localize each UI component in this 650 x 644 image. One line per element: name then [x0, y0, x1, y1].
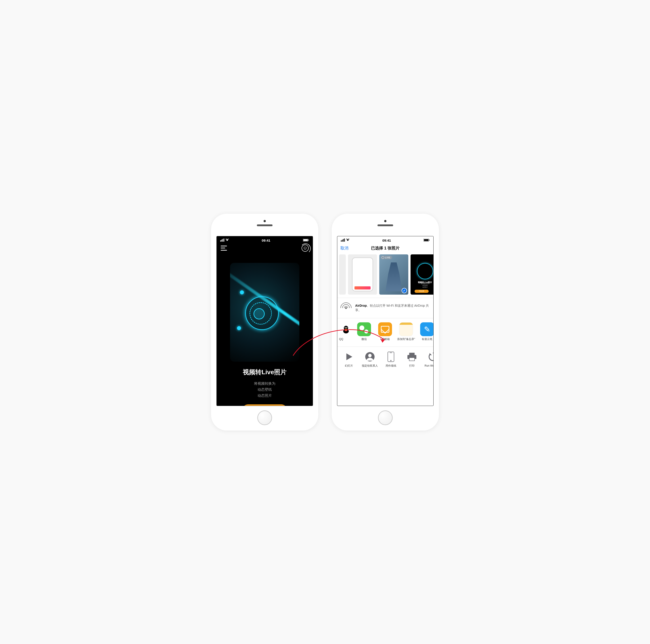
home-button[interactable] — [378, 410, 393, 425]
app-label: QQ — [339, 338, 343, 344]
airdrop-icon — [340, 302, 352, 314]
svg-rect-0 — [220, 240, 221, 242]
airdrop-section[interactable]: AirDrop。轻点以打开 Wi-Fi 和蓝牙来通过 AirDrop 共享。 — [337, 298, 433, 318]
svg-rect-5 — [303, 239, 308, 241]
svg-point-18 — [345, 328, 346, 328]
cancel-button[interactable]: 取消 — [340, 245, 349, 251]
svg-rect-13 — [429, 240, 430, 240]
hero-image — [230, 263, 299, 362]
svg-rect-1 — [221, 240, 222, 242]
app-label: 有道云笔 — [422, 338, 432, 344]
screen-left: 09:41 视频转Live照片 将视频转换为 动态壁纸 动态照片 — [216, 236, 313, 406]
svg-rect-2 — [222, 239, 223, 242]
top-nav — [217, 243, 313, 252]
live-badge: LIVE — [381, 256, 392, 259]
svg-rect-9 — [343, 239, 344, 242]
screen-right: 09:41 取消 已选择 1 张照片 LIVE — [337, 236, 434, 406]
thumbnail-prev[interactable] — [339, 255, 346, 295]
play-icon — [343, 351, 355, 363]
thumbnail-2-selected[interactable]: LIVE — [379, 255, 408, 295]
action-slideshow[interactable]: 幻灯片 — [339, 351, 359, 367]
youdao-icon — [420, 322, 433, 336]
action-wallpaper[interactable]: 用作墙纸 — [381, 351, 401, 367]
feature-subtitle: 将视频转换为 动态壁纸 动态照片 — [217, 380, 313, 399]
photo-thumbnails[interactable]: LIVE 视频转Live照片 将视频转换为动态壁纸动态照片 开始转换 — [337, 253, 433, 297]
share-apps-row[interactable]: QQ 微信 QQ邮箱 添加到"备忘录" 有道云笔 — [337, 318, 433, 347]
svg-point-19 — [347, 328, 347, 328]
signal-wifi-icon — [341, 238, 350, 242]
menu-icon[interactable] — [221, 246, 227, 250]
check-icon — [402, 288, 407, 293]
app-qq[interactable]: QQ — [339, 322, 353, 344]
actions-row[interactable]: 幻灯片 指定给联系人 用作墙纸 — [337, 347, 433, 370]
thumbnail-1[interactable] — [348, 255, 377, 295]
app-label: QQ邮箱 — [381, 338, 390, 344]
action-contact[interactable]: 指定给联系人 — [360, 351, 380, 367]
action-workflow[interactable]: Run Workflow — [423, 351, 433, 367]
feature-title: 视频转Live照片 — [217, 368, 313, 376]
svg-rect-26 — [409, 353, 414, 355]
svg-point-22 — [368, 353, 371, 357]
app-label: 添加到"备忘录" — [397, 338, 415, 344]
memo-icon — [399, 322, 413, 336]
svg-rect-3 — [224, 238, 224, 242]
battery-icon — [424, 238, 430, 242]
app-memo[interactable]: 添加到"备忘录" — [396, 322, 416, 344]
print-icon — [406, 351, 418, 363]
svg-rect-6 — [309, 240, 309, 240]
svg-rect-28 — [409, 358, 414, 361]
thumbnail-3[interactable]: 视频转Live照片 将视频转换为动态壁纸动态照片 开始转换 — [410, 255, 433, 295]
wechat-icon — [357, 322, 371, 336]
signal-wifi-icon — [220, 238, 229, 242]
phone-frame-left: 09:41 视频转Live照片 将视频转换为 动态壁纸 动态照片 — [211, 214, 318, 431]
qqmail-icon — [378, 322, 392, 336]
app-qqmail[interactable]: QQ邮箱 — [375, 322, 395, 344]
qq-icon — [339, 322, 353, 336]
workflow-icon — [427, 351, 433, 363]
status-time: 09:41 — [262, 238, 270, 242]
svg-rect-10 — [344, 238, 345, 242]
home-button[interactable] — [257, 410, 272, 425]
status-bar: 09:41 — [217, 236, 313, 243]
share-header: 取消 已选择 1 张照片 — [337, 243, 433, 253]
phone-frame-right: 09:41 取消 已选择 1 张照片 LIVE — [332, 214, 439, 431]
svg-point-24 — [391, 360, 392, 361]
svg-rect-7 — [341, 240, 341, 242]
start-convert-button[interactable]: + 开始转换 — [242, 404, 287, 406]
app-label: 微信 — [361, 338, 367, 344]
status-bar: 09:41 — [337, 236, 433, 243]
action-print[interactable]: 打印 — [402, 351, 422, 367]
svg-rect-12 — [424, 239, 428, 241]
airdrop-text: AirDrop。轻点以打开 Wi-Fi 和蓝牙来通过 AirDrop 共享。 — [355, 304, 430, 312]
svg-point-20 — [345, 329, 347, 330]
contact-icon — [364, 351, 376, 363]
svg-rect-8 — [342, 240, 342, 242]
status-time: 09:41 — [383, 238, 391, 242]
app-wechat[interactable]: 微信 — [354, 322, 374, 344]
svg-rect-25 — [390, 352, 392, 353]
support-icon[interactable] — [301, 244, 309, 252]
app-youdao[interactable]: 有道云笔 — [417, 322, 433, 344]
wallpaper-icon — [385, 351, 397, 363]
share-title: 已选择 1 张照片 — [371, 245, 400, 251]
battery-icon — [303, 238, 309, 242]
